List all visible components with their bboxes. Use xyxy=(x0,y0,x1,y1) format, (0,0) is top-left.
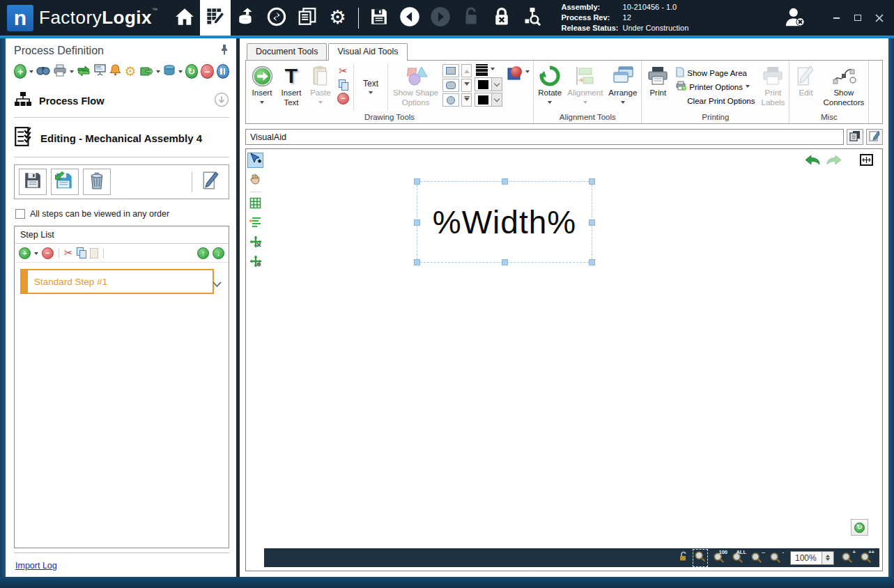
import-data-button[interactable] xyxy=(231,0,261,36)
refresh-icon[interactable]: ↻ xyxy=(185,64,198,79)
tab-document-tools[interactable]: Document Tools xyxy=(247,43,327,60)
zoom-all-button[interactable]: ALL xyxy=(732,551,746,565)
forward-button[interactable] xyxy=(425,0,456,36)
print-button[interactable]: Print xyxy=(643,62,672,112)
select-tool[interactable] xyxy=(247,153,263,168)
presentation-icon[interactable] xyxy=(93,63,107,79)
alignment-button[interactable]: Alignment xyxy=(564,62,606,112)
add-icon[interactable]: + xyxy=(14,64,26,79)
shapes-scroll-up-button[interactable] xyxy=(461,64,472,77)
save-button[interactable] xyxy=(364,0,394,36)
zoom-out-button[interactable]: - xyxy=(769,551,783,565)
zoom-lock-icon[interactable] xyxy=(679,551,688,564)
visual-aid-canvas[interactable]: %Width% ↻ 100 ALL -- - xyxy=(245,148,883,571)
edit-button[interactable]: Edit xyxy=(791,62,820,112)
zoom-region-button[interactable] xyxy=(693,549,708,567)
rotate-button[interactable]: Rotate xyxy=(535,62,564,112)
stroke-color-picker[interactable] xyxy=(475,77,502,91)
shape-ellipse-button[interactable] xyxy=(442,93,459,107)
copy-icon[interactable] xyxy=(77,247,86,258)
settings-button[interactable]: ⚙ xyxy=(323,0,353,36)
save-import-button[interactable] xyxy=(51,169,79,195)
resize-handle-e[interactable] xyxy=(589,219,595,226)
step-list-item[interactable]: Standard Step #1 xyxy=(20,269,214,294)
delete-data-icon[interactable] xyxy=(163,64,176,79)
save-step-button[interactable] xyxy=(19,169,47,195)
audit-trail-button[interactable] xyxy=(517,0,548,36)
any-order-checkbox[interactable] xyxy=(15,209,25,219)
resize-handle-ne[interactable] xyxy=(589,178,595,185)
snap-lines-tool[interactable] xyxy=(247,216,263,231)
delete-dropdown-caret[interactable] xyxy=(178,70,183,75)
text-button[interactable]: Text xyxy=(356,62,385,112)
step-expand-chevron[interactable] xyxy=(213,278,222,291)
move-anchor-tool[interactable] xyxy=(247,255,263,270)
zoom-100-button[interactable]: 100 xyxy=(713,551,727,565)
back-button[interactable] xyxy=(394,0,425,36)
resize-handle-sw[interactable] xyxy=(414,259,420,265)
ribbon-remove-icon[interactable]: − xyxy=(337,93,349,105)
print-icon[interactable] xyxy=(53,64,67,79)
printer-options-button[interactable]: ? Printer Options xyxy=(675,82,751,93)
process-definition-button[interactable] xyxy=(200,0,231,36)
insert-button[interactable]: Insert xyxy=(247,62,277,112)
move-step-down-icon[interactable]: ↓ xyxy=(213,247,224,259)
unlock-button[interactable] xyxy=(456,0,486,36)
zoom-level-value[interactable]: 100% xyxy=(791,553,822,563)
add-dropdown-caret[interactable] xyxy=(29,70,33,75)
ribbon-cut-icon[interactable]: ✂ xyxy=(339,65,348,77)
shapes-more-button[interactable] xyxy=(461,93,472,107)
clear-print-options-button[interactable]: Clear Print Options xyxy=(675,95,756,107)
selected-text-element[interactable]: %Width% xyxy=(417,182,592,262)
add-step-icon[interactable]: + xyxy=(19,247,31,259)
fullscreen-button[interactable] xyxy=(860,154,873,169)
redo-button[interactable] xyxy=(826,155,842,168)
shape-fill-button[interactable] xyxy=(504,62,532,112)
zoom-in-fast-button[interactable]: ++ xyxy=(860,551,874,565)
close-button[interactable] xyxy=(874,13,884,23)
edit-document-button[interactable] xyxy=(196,169,224,195)
home-button[interactable] xyxy=(169,0,200,36)
pause-icon[interactable] xyxy=(217,64,229,79)
remove-icon[interactable]: − xyxy=(201,64,213,79)
rename-visual-aid-button[interactable] xyxy=(866,129,883,145)
copy-visual-aid-button[interactable] xyxy=(847,129,863,145)
ribbon-copy-icon[interactable] xyxy=(339,79,348,91)
resize-handle-w[interactable] xyxy=(414,219,420,226)
cut-icon[interactable]: ✂ xyxy=(64,247,73,259)
resize-handle-s[interactable] xyxy=(502,259,508,265)
zoom-spinner[interactable] xyxy=(822,552,833,564)
show-connectors-button[interactable]: Show Connectors xyxy=(820,62,867,112)
show-shape-options-button[interactable]: Show Shape Options xyxy=(390,62,441,112)
config-gear-icon[interactable]: ⚙ xyxy=(124,65,136,78)
process-flow-row[interactable]: Process Flow xyxy=(14,86,229,118)
collapse-circle-icon[interactable] xyxy=(214,92,229,110)
reorder-icon[interactable] xyxy=(77,64,91,79)
show-page-area-button[interactable]: Show Page Area xyxy=(675,68,748,79)
documents-button[interactable] xyxy=(292,0,323,36)
zoom-out-fast-button[interactable]: -- xyxy=(750,551,764,565)
discard-button[interactable] xyxy=(83,169,111,195)
pan-tool[interactable] xyxy=(247,172,263,187)
resize-handle-n[interactable] xyxy=(502,178,508,185)
grid-tool[interactable] xyxy=(247,196,263,212)
line-style-button[interactable] xyxy=(475,64,502,76)
shape-rectangle-button[interactable] xyxy=(442,64,459,77)
maximize-button[interactable] xyxy=(853,13,863,23)
shapes-scroll-down-button[interactable] xyxy=(461,79,472,92)
logoff-user-button[interactable] xyxy=(783,6,806,31)
visual-aid-name-input[interactable] xyxy=(245,129,844,145)
arrange-button[interactable]: Arrange xyxy=(606,62,640,112)
resize-handle-nw[interactable] xyxy=(414,178,420,185)
move-step-up-icon[interactable]: ↑ xyxy=(197,247,209,259)
resize-handle-se[interactable] xyxy=(589,259,595,265)
print-labels-button[interactable]: Print Labels xyxy=(758,62,787,112)
import-log-link[interactable]: Import Log xyxy=(15,561,57,571)
zoom-in-button[interactable]: + xyxy=(841,551,855,565)
paste-button[interactable]: Paste xyxy=(306,62,335,112)
find-icon[interactable] xyxy=(36,64,50,79)
export-icon[interactable] xyxy=(139,64,153,79)
undo-button[interactable] xyxy=(805,155,820,168)
add-step-caret[interactable] xyxy=(34,252,38,257)
paste-icon[interactable] xyxy=(90,248,98,258)
